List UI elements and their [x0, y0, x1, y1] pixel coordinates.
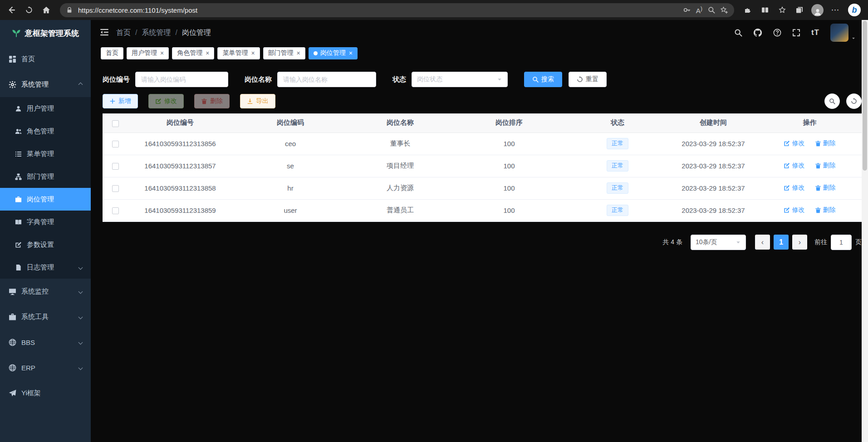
sidebar-item-dept-mgmt[interactable]: 部门管理: [0, 165, 91, 188]
sidebar-item-label: 部门管理: [27, 172, 54, 181]
row-edit-link[interactable]: 修改: [784, 206, 804, 214]
split-screen-button[interactable]: [757, 2, 773, 18]
trash-icon: [815, 207, 821, 213]
row-checkbox[interactable]: [112, 185, 119, 192]
tab-post-mgmt[interactable]: 岗位管理×: [309, 47, 358, 59]
row-checkbox[interactable]: [112, 141, 119, 147]
sidebar-item-user-mgmt[interactable]: 用户管理: [0, 97, 91, 120]
extensions-button[interactable]: [740, 2, 756, 18]
search-button[interactable]: 搜索: [524, 72, 562, 87]
sidebar-item-menu-mgmt[interactable]: 菜单管理: [0, 142, 91, 165]
sidebar-item-bbs[interactable]: BBS: [0, 329, 91, 355]
reset-button[interactable]: 重置: [569, 72, 607, 87]
collections-button[interactable]: [791, 2, 808, 18]
site-info-lock-icon[interactable]: [66, 7, 73, 13]
sidebar: 意框架管理系统 首页 系统管理 用户管理: [0, 20, 91, 442]
browser-profile-avatar[interactable]: [811, 4, 824, 16]
github-icon[interactable]: [753, 28, 762, 37]
add-button[interactable]: 新增: [103, 94, 138, 108]
sidebar-item-role-mgmt[interactable]: 角色管理: [0, 120, 91, 142]
favorites-button[interactable]: [774, 2, 790, 18]
sidebar-item-home[interactable]: 首页: [0, 46, 91, 72]
user-avatar[interactable]: [830, 24, 848, 42]
browser-settings-button[interactable]: ⋯: [827, 2, 843, 18]
sidebar-item-dict-mgmt[interactable]: 字典管理: [0, 211, 91, 233]
status-select[interactable]: 岗位状态: [412, 72, 508, 87]
url-text[interactable]: https://ccnetcore.com:1101/system/post: [78, 6, 678, 14]
sidebar-toggle-button[interactable]: [100, 28, 109, 38]
chevron-down-icon: [736, 240, 741, 245]
row-checkbox[interactable]: [112, 163, 119, 170]
export-button[interactable]: 导出: [240, 94, 275, 108]
close-icon[interactable]: ×: [297, 49, 300, 57]
text-size-icon[interactable]: tT: [811, 28, 819, 37]
user-avatar-menu[interactable]: [830, 24, 856, 42]
close-icon[interactable]: ×: [251, 49, 255, 57]
bing-copilot-icon[interactable]: b: [848, 4, 861, 16]
prev-page-button[interactable]: ‹: [755, 235, 770, 250]
sidebar-item-param-settings[interactable]: 参数设置: [0, 233, 91, 256]
edit-icon: [15, 241, 22, 248]
password-key-icon[interactable]: [683, 6, 691, 14]
breadcrumb-system-mgmt[interactable]: 系统管理: [142, 28, 181, 38]
tab-user-mgmt[interactable]: 用户管理×: [127, 47, 169, 59]
close-icon[interactable]: ×: [206, 49, 209, 57]
tab-menu-mgmt[interactable]: 菜单管理×: [217, 47, 260, 59]
select-all-checkbox[interactable]: [112, 120, 119, 127]
add-favorite-star-icon[interactable]: [721, 6, 728, 14]
sidebar-item-erp[interactable]: ERP: [0, 355, 91, 380]
sidebar-item-system-mgmt[interactable]: 系统管理: [0, 72, 91, 97]
cell-created: 2023-03-29 18:52:37: [669, 199, 758, 221]
toggle-search-button[interactable]: [824, 93, 840, 109]
tab-home[interactable]: 首页: [101, 47, 123, 59]
breadcrumb-home[interactable]: 首页: [116, 28, 142, 38]
read-aloud-icon[interactable]: A): [696, 5, 702, 15]
page-scrollbar: [862, 20, 868, 442]
tab-dept-mgmt[interactable]: 部门管理×: [263, 47, 305, 59]
help-icon[interactable]: [773, 29, 781, 37]
delete-button[interactable]: 删除: [194, 94, 230, 108]
document-icon: [15, 264, 22, 271]
next-page-button[interactable]: ›: [792, 235, 807, 250]
address-bar[interactable]: https://ccnetcore.com:1101/system/post A…: [60, 3, 734, 17]
fullscreen-icon[interactable]: [792, 29, 800, 37]
sidebar-item-post-mgmt[interactable]: 岗位管理: [0, 188, 91, 211]
edit-button[interactable]: 修改: [148, 94, 184, 108]
row-edit-link[interactable]: 修改: [784, 139, 804, 147]
browser-back-button[interactable]: [4, 2, 20, 18]
sidebar-item-log-mgmt[interactable]: 日志管理: [0, 256, 91, 279]
sidebar-item-system-tools[interactable]: 系统工具: [0, 304, 91, 329]
browser-refresh-button[interactable]: [21, 2, 37, 18]
header-search-icon[interactable]: [734, 29, 742, 37]
goto-page-input[interactable]: [831, 235, 852, 250]
browser-home-button[interactable]: [38, 2, 54, 18]
puzzle-icon: [744, 6, 751, 14]
page-number-button[interactable]: 1: [774, 235, 789, 250]
pagination-total: 共 4 条: [662, 238, 682, 246]
close-icon[interactable]: ×: [160, 49, 164, 57]
sidebar-item-yi-framework[interactable]: Yi框架: [0, 380, 91, 406]
scrollbar-thumb[interactable]: [863, 21, 867, 171]
page-size-select[interactable]: 10条/页: [691, 235, 746, 250]
close-icon[interactable]: ×: [349, 49, 353, 57]
row-delete-link[interactable]: 删除: [815, 139, 836, 147]
post-name-input[interactable]: [277, 72, 376, 87]
row-edit-link[interactable]: 修改: [784, 162, 804, 170]
row-delete-label: 删除: [823, 206, 836, 214]
tab-role-mgmt[interactable]: 角色管理×: [172, 47, 214, 59]
sidebar-item-label: 岗位管理: [27, 195, 54, 204]
row-edit-label: 修改: [792, 206, 804, 214]
zoom-icon[interactable]: [708, 6, 715, 14]
row-delete-link[interactable]: 删除: [815, 184, 836, 192]
sidebar-item-system-monitor[interactable]: 系统监控: [0, 279, 91, 304]
post-code-input[interactable]: [135, 72, 228, 87]
row-checkbox[interactable]: [112, 207, 119, 214]
row-delete-link[interactable]: 删除: [815, 206, 836, 214]
cell-post-id: 1641030593112313856: [128, 133, 232, 155]
edit-icon: [784, 140, 790, 147]
sidebar-item-label: 首页: [21, 55, 35, 64]
row-delete-link[interactable]: 删除: [815, 162, 836, 170]
refresh-table-button[interactable]: [846, 93, 862, 109]
row-edit-link[interactable]: 修改: [784, 184, 804, 192]
sidebar-item-label: 字典管理: [27, 218, 54, 226]
